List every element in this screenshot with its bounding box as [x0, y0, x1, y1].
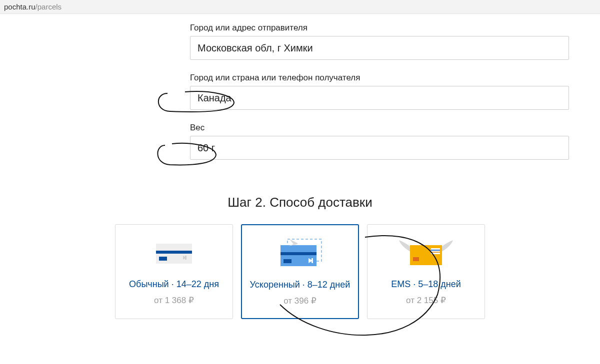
- express-envelope-icon: [272, 234, 328, 274]
- weight-label: Вес: [190, 123, 570, 133]
- delivery-option-regular[interactable]: Обычный · 14–22 дня от 1 368 ₽: [115, 224, 233, 319]
- ems-envelope-icon: [396, 234, 456, 274]
- page-content: Город или адрес отправителя Московская о…: [0, 14, 600, 319]
- regular-envelope-icon: [152, 234, 196, 274]
- url-path: /parcels: [36, 2, 62, 11]
- weight-input[interactable]: 60 г: [190, 136, 569, 160]
- sender-input-value: Московская обл, г Химки: [198, 42, 313, 54]
- shipping-form: Город или адрес отправителя Московская о…: [190, 23, 570, 160]
- delivery-option-express-price: от 396 ₽: [284, 296, 316, 306]
- svg-rect-14: [431, 248, 440, 254]
- sender-input[interactable]: Московская обл, г Химки: [190, 36, 569, 60]
- sender-label: Город или адрес отправителя: [190, 23, 570, 33]
- delivery-option-ems[interactable]: EMS · 5–18 дней от 2 155 ₽: [367, 224, 485, 319]
- delivery-options: Обычный · 14–22 дня от 1 368 ₽ Ускоренны…: [0, 224, 600, 319]
- weight-field-block: Вес 60 г: [190, 123, 570, 160]
- recipient-input[interactable]: Канада: [190, 86, 569, 110]
- svg-rect-8: [284, 259, 292, 263]
- delivery-option-regular-price: от 1 368 ₽: [154, 295, 194, 306]
- svg-rect-7: [280, 252, 316, 255]
- svg-rect-1: [156, 251, 192, 254]
- browser-address-bar[interactable]: pochta.ru/parcels: [0, 0, 600, 14]
- recipient-field-block: Город или страна или телефон получателя …: [190, 73, 570, 110]
- recipient-label: Город или страна или телефон получателя: [190, 73, 570, 83]
- delivery-option-express[interactable]: Ускоренный · 8–12 дней от 396 ₽: [241, 224, 359, 319]
- svg-rect-10: [312, 258, 313, 263]
- weight-input-value: 60 г: [198, 142, 215, 154]
- delivery-option-ems-price: от 2 155 ₽: [406, 295, 446, 306]
- sender-field-block: Город или адрес отправителя Московская о…: [190, 23, 570, 60]
- delivery-option-regular-title: Обычный · 14–22 дня: [129, 279, 219, 290]
- step2-title: Шаг 2. Способ доставки: [0, 195, 600, 210]
- delivery-option-express-title: Ускоренный · 8–12 дней: [250, 279, 350, 291]
- svg-marker-11: [288, 239, 298, 246]
- recipient-input-value: Канада: [198, 92, 232, 104]
- svg-rect-13: [413, 257, 419, 261]
- svg-rect-4: [185, 256, 186, 260]
- svg-rect-2: [159, 257, 167, 261]
- url-host: pochta.ru: [4, 2, 36, 11]
- delivery-option-ems-title: EMS · 5–18 дней: [391, 279, 461, 290]
